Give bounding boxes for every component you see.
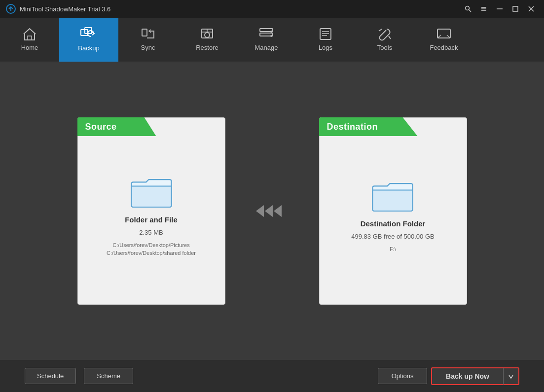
svg-point-1 <box>466 6 470 10</box>
nav-item-feedback[interactable]: Feedback <box>414 18 473 62</box>
svg-rect-10 <box>28 36 32 40</box>
backup-now-dropdown-button[interactable] <box>503 367 519 385</box>
nav-item-logs[interactable]: Logs <box>296 18 355 62</box>
footer-right-buttons: Options Back up Now <box>378 367 519 385</box>
options-button[interactable]: Options <box>378 368 427 384</box>
app-title: MiniTool ShadowMaker Trial 3.6 <box>20 5 110 13</box>
title-bar: MiniTool ShadowMaker Trial 3.6 <box>0 0 544 18</box>
nav-bar: Home Backup Sync Restore <box>0 18 544 62</box>
nav-label-feedback: Feedback <box>430 44 458 51</box>
window-controls <box>461 3 538 15</box>
tools-icon <box>377 27 393 41</box>
footer-left-buttons: Schedule Scheme <box>25 368 133 384</box>
footer-bar: Schedule Scheme Options Back up Now <box>0 360 544 392</box>
nav-item-sync[interactable]: Sync <box>118 18 178 62</box>
nav-item-manage[interactable]: Manage <box>237 18 296 62</box>
close-button[interactable] <box>524 3 538 15</box>
backup-now-wrapper: Back up Now <box>431 367 519 385</box>
nav-label-sync: Sync <box>141 44 155 51</box>
svg-point-18 <box>270 31 272 33</box>
manage-icon <box>258 27 274 41</box>
source-header-text: Source <box>85 122 117 132</box>
hamburger-icon <box>480 5 487 12</box>
svg-point-19 <box>270 35 272 37</box>
nav-label-restore: Restore <box>196 44 218 51</box>
nav-label-tools: Tools <box>377 44 392 51</box>
forward-arrow-icon <box>255 201 290 221</box>
svg-rect-13 <box>142 29 147 36</box>
nav-item-restore[interactable]: Restore <box>178 18 237 62</box>
backup-icon <box>80 27 98 41</box>
svg-line-2 <box>469 10 471 12</box>
chevron-down-icon <box>508 375 513 379</box>
schedule-button[interactable]: Schedule <box>25 368 76 384</box>
minimize-button[interactable] <box>493 3 507 15</box>
svg-line-24 <box>379 29 382 31</box>
nav-item-backup[interactable]: Backup <box>59 18 118 62</box>
source-folder-icon <box>129 175 174 211</box>
maximize-icon <box>512 6 518 12</box>
feedback-icon <box>436 27 452 41</box>
nav-item-tools[interactable]: Tools <box>355 18 414 62</box>
menu-button[interactable] <box>477 3 491 15</box>
destination-drive: F:\ <box>390 245 396 253</box>
destination-card[interactable]: Destination Destination Folder 499.83 GB… <box>319 117 467 305</box>
restore-icon <box>199 27 215 41</box>
nav-label-manage: Manage <box>255 44 278 51</box>
svg-line-25 <box>389 36 391 39</box>
source-size: 2.35 MB <box>139 229 163 236</box>
source-paths: C:/Users/forev/Desktop/PicturesC:/Users/… <box>107 241 196 257</box>
nav-label-logs: Logs <box>319 44 332 51</box>
source-header: Source <box>77 117 156 136</box>
nav-label-backup: Backup <box>78 44 99 52</box>
search-button[interactable] <box>461 3 475 15</box>
maximize-button[interactable] <box>508 3 522 15</box>
minimize-icon <box>497 8 503 9</box>
destination-title: Destination Folder <box>361 219 426 228</box>
close-icon <box>528 6 534 12</box>
destination-header: Destination <box>319 117 418 136</box>
svg-rect-20 <box>320 29 331 39</box>
nav-label-home: Home <box>21 44 38 51</box>
backup-now-button[interactable]: Back up Now <box>431 367 503 385</box>
app-logo-icon <box>6 4 16 14</box>
main-content: Source Folder and File 2.35 MB C:/Users/… <box>0 62 544 360</box>
svg-rect-7 <box>513 6 518 11</box>
source-card[interactable]: Source Folder and File 2.35 MB C:/Users/… <box>77 117 225 305</box>
source-title: Folder and File <box>125 215 178 224</box>
destination-folder-icon <box>370 179 415 214</box>
destination-free-space: 499.83 GB free of 500.00 GB <box>351 233 434 240</box>
scheme-button[interactable]: Scheme <box>84 368 133 384</box>
sync-icon <box>140 27 156 41</box>
destination-card-body: Destination Folder 499.83 GB free of 500… <box>351 179 434 253</box>
search-icon <box>465 5 471 12</box>
source-card-body: Folder and File 2.35 MB C:/Users/forev/D… <box>107 175 196 257</box>
arrow-container <box>255 201 290 221</box>
destination-header-text: Destination <box>327 122 378 132</box>
svg-point-15 <box>205 33 210 37</box>
title-bar-left: MiniTool ShadowMaker Trial 3.6 <box>6 4 110 14</box>
nav-item-home[interactable]: Home <box>0 18 59 62</box>
home-icon <box>22 27 37 41</box>
logs-icon <box>318 27 333 41</box>
